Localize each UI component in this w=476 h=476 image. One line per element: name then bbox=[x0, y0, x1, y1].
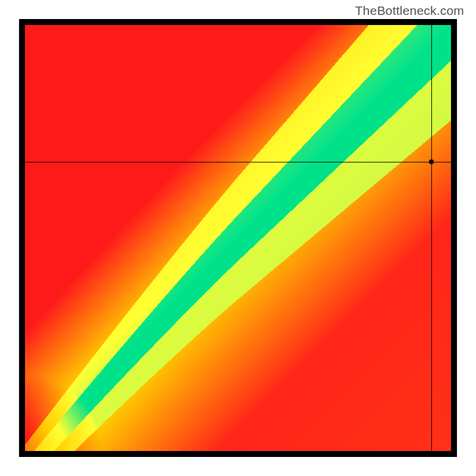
plot-frame bbox=[19, 19, 457, 457]
heatmap-canvas bbox=[25, 25, 451, 451]
selected-point bbox=[429, 159, 434, 164]
crosshair-horizontal bbox=[25, 162, 451, 162]
watermark-text: TheBottleneck.com bbox=[355, 4, 464, 18]
crosshair-vertical bbox=[431, 25, 432, 451]
plot-area bbox=[25, 25, 451, 451]
